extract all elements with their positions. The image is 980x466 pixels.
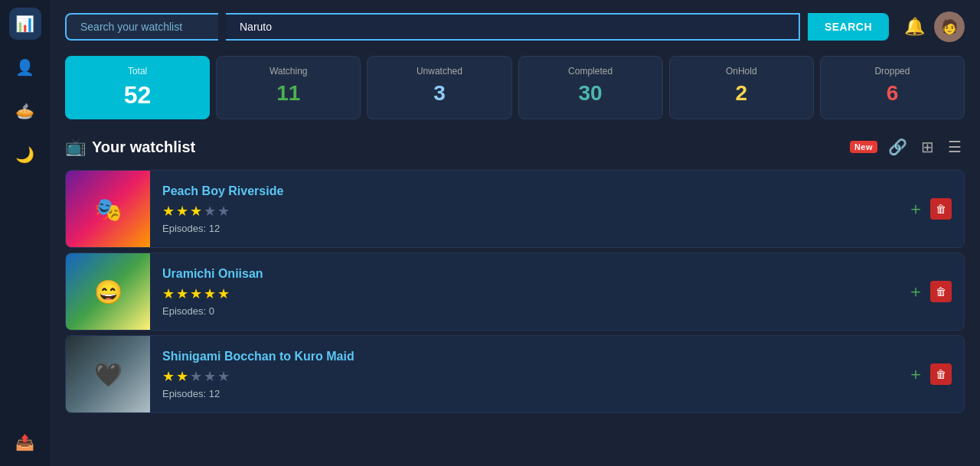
anime-stars-2: ★★★★★ <box>162 285 895 302</box>
anime-info-2: Uramichi Oniisan ★★★★★ Episodes: 0 <box>150 256 907 328</box>
export-icon: 📤 <box>15 433 34 451</box>
stat-unwatched[interactable]: Unwatched 3 <box>367 56 511 119</box>
list-view-icon[interactable]: ☰ <box>945 135 965 159</box>
anime-thumbnail-2: 😄 <box>66 253 150 330</box>
sidebar: 📊 👤 🥧 🌙 📤 <box>0 0 50 466</box>
avatar-icon: 🧑 <box>941 18 958 35</box>
stat-watching[interactable]: Watching 11 <box>216 56 361 119</box>
watchlist-actions: New 🔗 ⊞ ☰ <box>850 135 965 159</box>
main-content: Search your watchlist SEARCH 🔔 🧑 Total 5… <box>50 0 980 466</box>
profile-icon: 👤 <box>15 58 34 77</box>
stat-dropped-value: 6 <box>828 81 956 106</box>
grid-view-icon[interactable]: ⊞ <box>918 135 937 159</box>
add-button-3[interactable]: ＋ <box>907 363 924 386</box>
notification-bell-icon[interactable]: 🔔 <box>904 17 925 37</box>
thumb-placeholder-2: 😄 <box>66 253 150 330</box>
share-icon[interactable]: 🔗 <box>885 135 910 159</box>
delete-button-2[interactable]: 🗑 <box>930 281 952 302</box>
stat-total[interactable]: Total 52 <box>65 56 210 119</box>
moon-icon: 🌙 <box>15 145 34 164</box>
sidebar-item-dashboard[interactable]: 📊 <box>9 8 41 40</box>
stat-watching-value: 11 <box>224 81 352 106</box>
anime-stars-1: ★★★★★ <box>162 203 895 220</box>
anime-title-3[interactable]: Shinigami Bocchan to Kuro Maid <box>162 350 895 363</box>
anime-episodes-1: Episodes: 12 <box>162 223 895 234</box>
search-input[interactable] <box>226 13 800 41</box>
anime-actions-2: ＋ 🗑 <box>907 280 964 303</box>
search-button[interactable]: SEARCH <box>808 13 889 41</box>
sidebar-item-profile[interactable]: 👤 <box>9 51 41 83</box>
stat-total-label: Total <box>74 66 201 77</box>
table-row: 🎭 Peach Boy Riverside ★★★★★ Episodes: 12… <box>65 170 965 248</box>
add-button-2[interactable]: ＋ <box>907 280 924 303</box>
add-button-1[interactable]: ＋ <box>907 197 924 220</box>
header: Search your watchlist SEARCH 🔔 🧑 <box>65 11 965 42</box>
tv-icon: 📺 <box>65 137 86 157</box>
anime-title-2[interactable]: Uramichi Oniisan <box>162 267 895 281</box>
avatar[interactable]: 🧑 <box>934 11 965 42</box>
stat-dropped[interactable]: Dropped 6 <box>820 56 965 119</box>
anime-info-1: Peach Boy Riverside ★★★★★ Episodes: 12 <box>150 174 907 245</box>
watchlist-title-area: 📺 Your watchlist <box>65 137 195 157</box>
stat-onhold[interactable]: OnHold 2 <box>669 56 814 119</box>
stats-row: Total 52 Watching 11 Unwatched 3 Complet… <box>65 56 965 119</box>
stat-completed-value: 30 <box>527 81 655 106</box>
thumb-placeholder-1: 🎭 <box>66 171 150 247</box>
stat-onhold-label: OnHold <box>678 66 805 77</box>
stat-completed-label: Completed <box>527 66 655 77</box>
table-row: 😄 Uramichi Oniisan ★★★★★ Episodes: 0 ＋ 🗑 <box>65 253 965 331</box>
anime-thumbnail-1: 🎭 <box>66 171 150 247</box>
delete-button-3[interactable]: 🗑 <box>930 363 952 385</box>
anime-episodes-2: Episodes: 0 <box>162 305 895 317</box>
anime-thumbnail-3: 🖤 <box>66 336 150 412</box>
watchlist-title: Your watchlist <box>92 138 195 156</box>
piechart-icon: 🥧 <box>15 102 34 120</box>
sidebar-item-theme[interactable]: 🌙 <box>9 138 41 171</box>
anime-actions-3: ＋ 🗑 <box>907 363 964 386</box>
stat-dropped-label: Dropped <box>828 66 956 77</box>
thumb-placeholder-3: 🖤 <box>66 336 150 412</box>
stat-onhold-value: 2 <box>678 81 805 106</box>
delete-button-1[interactable]: 🗑 <box>930 198 952 220</box>
stat-watching-label: Watching <box>224 66 352 77</box>
anime-actions-1: ＋ 🗑 <box>907 197 964 220</box>
anime-stars-3: ★★★★★ <box>162 368 895 385</box>
stat-total-value: 52 <box>74 81 201 109</box>
stat-unwatched-value: 3 <box>375 81 503 106</box>
watchlist-header: 📺 Your watchlist New 🔗 ⊞ ☰ <box>65 135 965 159</box>
table-row: 🖤 Shinigami Bocchan to Kuro Maid ★★★★★ E… <box>65 335 965 413</box>
search-label: Search your watchlist <box>65 13 218 41</box>
header-right: 🔔 🧑 <box>904 11 965 42</box>
anime-title-1[interactable]: Peach Boy Riverside <box>162 184 895 198</box>
sidebar-item-stats[interactable]: 🥧 <box>9 95 41 127</box>
anime-info-3: Shinigami Bocchan to Kuro Maid ★★★★★ Epi… <box>150 339 907 410</box>
sidebar-item-export[interactable]: 📤 <box>9 426 41 458</box>
anime-episodes-3: Episodes: 12 <box>162 388 895 399</box>
dashboard-icon: 📊 <box>15 15 34 33</box>
new-badge[interactable]: New <box>850 141 877 153</box>
anime-list: 🎭 Peach Boy Riverside ★★★★★ Episodes: 12… <box>65 170 965 413</box>
stat-completed[interactable]: Completed 30 <box>518 56 663 119</box>
stat-unwatched-label: Unwatched <box>375 66 503 77</box>
